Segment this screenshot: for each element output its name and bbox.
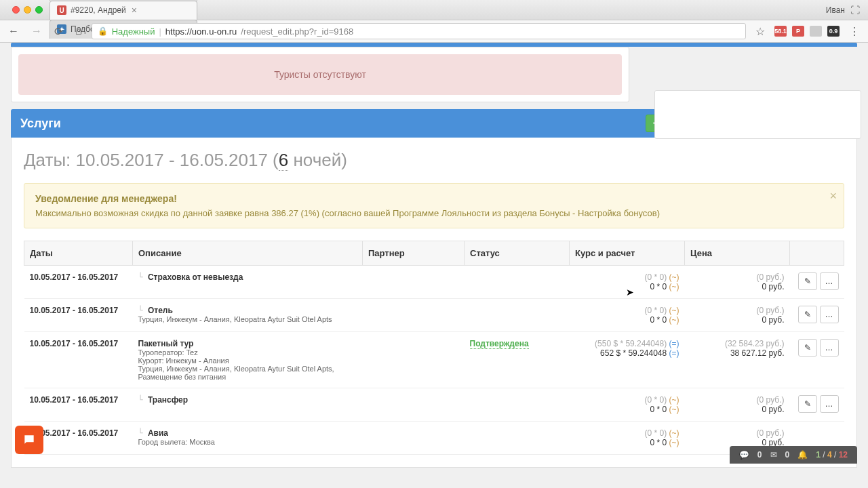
cell-actions: ✎… [790,332,844,388]
menu-icon[interactable]: ⋮ [846,24,863,39]
extension-icon[interactable]: 0.9 [827,26,840,37]
forward-button[interactable]: → [28,24,45,39]
cell-calc: (550 $ * 59.244048) (=)652 $ * 59.244048… [570,332,685,388]
back-button[interactable]: ← [5,24,22,39]
bottom-status-bar[interactable]: 💬0 ✉0 🔔 1 / 4 / 12 [730,446,857,464]
more-button[interactable]: … [820,395,839,413]
cell-calc: (0 * 0) (~)0 * 0 (~) [570,299,685,332]
tab-close-icon[interactable]: × [132,5,137,16]
cell-dates: 10.05.2017 - 16.05.2017 [24,299,133,332]
cell-desc: └ ОтельТурция, Инжекум - Алания, Kleopat… [133,299,363,332]
cell-status [465,422,570,455]
services-table: Даты Описание Партнер Статус Курс и расч… [24,241,844,455]
table-row: 10.05.2017 - 16.05.2017└ Страховка от не… [24,266,844,299]
tourists-card: Туристы отсутствуют [11,47,629,102]
service-sub: Город вылета: Москва [138,438,357,446]
status-confirmed[interactable]: Подтверждена [470,339,529,349]
services-title: Услуги [20,117,61,131]
col-dates: Даты [24,241,133,266]
cell-partner [363,388,465,422]
cell-price: (0 руб.)0 руб. [685,266,790,299]
col-partner: Партнер [363,241,465,266]
cell-status [465,299,570,332]
minimize-window[interactable] [24,6,31,14]
reload-button[interactable]: ⟳ [52,24,66,39]
edit-button[interactable]: ✎ [798,395,817,413]
favicon: U [57,5,66,15]
cell-price: (0 руб.)0 руб. [685,388,790,422]
chat-icon [22,433,36,447]
cell-actions: ✎… [790,299,844,332]
cell-partner [363,332,465,388]
maximize-window[interactable] [35,6,43,14]
edit-button[interactable]: ✎ [798,339,817,357]
cell-dates: 10.05.2017 - 16.05.2017 [24,388,133,422]
col-desc: Описание [133,241,363,266]
browser-tab[interactable]: U#9220, Андрей× [50,1,197,20]
notice-body: Максимально возможная скидка по данной з… [35,208,833,218]
col-actions [790,241,844,266]
col-status: Статус [465,241,570,266]
more-button[interactable]: … [820,339,839,357]
service-sub: Туроператор: TezКурорт: Инжекум - Алания… [138,348,357,381]
bookmark-icon[interactable]: ☆ [753,24,768,39]
lock-icon: 🔒 [98,26,108,36]
more-button[interactable]: … [820,272,839,290]
dates-heading: Даты: 10.05.2017 - 16.05.2017 (6 ночей) [24,150,844,171]
table-row: 10.05.2017 - 16.05.2017└ ОтельТурция, Ин… [24,299,844,332]
manager-notice: × Уведомление для менеджера! Максимально… [24,183,844,228]
close-icon[interactable]: × [829,189,837,203]
cell-desc: └ Страховка от невыезда [133,266,363,299]
cell-price: (0 руб.)0 руб. [685,299,790,332]
service-sub: Турция, Инжекум - Алания, Kleopatra Aytu… [138,315,357,323]
cell-partner [363,422,465,455]
browser-user[interactable]: Иван [826,5,845,15]
extension-icon[interactable]: 58.1 [774,26,787,37]
col-calc: Курс и расчет [570,241,685,266]
cell-partner [363,299,465,332]
fullscreen-icon[interactable]: ⛶ [850,5,860,16]
cell-price: (32 584.23 руб.)38 627.12 руб. [685,332,790,388]
cell-partner [363,266,465,299]
extension-icon[interactable] [810,26,822,37]
chat-fab[interactable] [15,426,43,454]
no-tourists-alert: Туристы отсутствуют [18,54,622,95]
more-button[interactable]: … [820,306,839,323]
cell-desc: Пакетный турТуроператор: TezКурорт: Инже… [133,332,363,388]
cell-desc: └ АвиаГород вылета: Москва [133,422,363,455]
window-controls [5,6,50,14]
cell-actions: ✎… [790,266,844,299]
edit-button[interactable]: ✎ [798,272,817,290]
tab-bar: UАвтоматизированная систем×U#9220, Андре… [0,0,868,20]
cell-desc: └ Трансфер [133,388,363,422]
mail-icon: ✉ [770,450,777,460]
table-row: 10.05.2017 - 16.05.2017└ Трансфер(0 * 0)… [24,388,844,422]
cell-status [465,388,570,422]
edit-button[interactable]: ✎ [798,306,817,323]
url-field[interactable]: 🔒 Надежный | https://uon.u-on.ru/request… [92,23,746,39]
extension-icon[interactable]: P [792,26,804,37]
cell-status [465,266,570,299]
cell-dates: 10.05.2017 - 16.05.2017 [24,266,133,299]
security-label: Надежный [112,26,155,37]
cell-status: Подтверждена [465,332,570,388]
table-row: 10.05.2017 - 16.05.2017Пакетный турТуроп… [24,332,844,388]
cell-calc: (0 * 0) (~)0 * 0 (~) [570,422,685,455]
cell-actions: ✎… [790,388,844,422]
home-button[interactable]: ⌂ [73,24,85,39]
notice-title: Уведомление для менеджера! [35,193,833,204]
sidebar-card [654,90,861,139]
comments-icon: 💬 [739,450,749,460]
cell-calc: (0 * 0) (~)0 * 0 (~) [570,266,685,299]
tab-title: #9220, Андрей [71,5,126,15]
close-window[interactable] [12,6,20,14]
cell-calc: (0 * 0) (~)0 * 0 (~) [570,388,685,422]
cell-dates: 10.05.2017 - 16.05.2017 [24,332,133,388]
table-row: 10.05.2017 - 16.05.2017└ АвиаГород вылет… [24,422,844,455]
address-bar: ← → ⟳ ⌂ 🔒 Надежный | https://uon.u-on.ru… [0,20,868,43]
bell-icon: 🔔 [797,450,808,460]
col-price: Цена [685,241,790,266]
